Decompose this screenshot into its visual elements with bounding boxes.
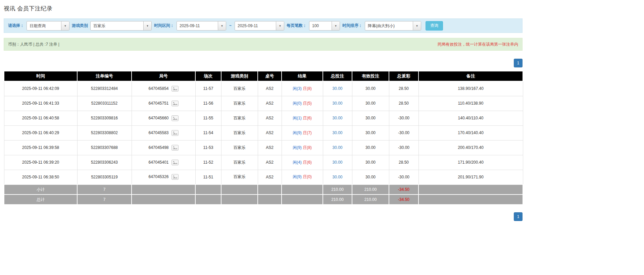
query-type-label: 请选择：: [8, 23, 24, 29]
pagination-bottom: 1: [4, 212, 523, 221]
cell-payout: -30.00: [389, 125, 418, 140]
cell-remark: 171.90/200.40: [418, 155, 523, 170]
total-bet-link[interactable]: 30.00: [332, 101, 342, 106]
same-round-notice: 同局有效投注，统一计算在该局第一张注单内: [438, 42, 518, 47]
result-banker: 庄(6): [303, 160, 312, 165]
content-container: 视讯 会员下注纪录 请选择： 日期查询 ▾ 游戏类别 百家乐 ▾ 时间区间： 2…: [4, 0, 523, 221]
pagination-page-1[interactable]: 1: [514, 212, 523, 221]
subtotal-row-cell: 210.00: [352, 184, 389, 195]
search-button[interactable]: 查询: [426, 21, 443, 31]
cell-game-type: 百家乐: [221, 170, 258, 184]
subtotal-row-cell: [195, 184, 221, 195]
result-banker: 庄(6): [303, 116, 312, 120]
chevron-down-icon[interactable]: ▾: [276, 21, 284, 30]
round-video-icon[interactable]: [171, 115, 179, 121]
round-id-text: 647045326: [148, 174, 168, 179]
page-size-label: 每页笔数：: [287, 23, 307, 29]
date-from-select[interactable]: 2025-09-11 ▾: [177, 21, 226, 31]
subtotal-row-cell: [132, 184, 195, 195]
total-bet-link[interactable]: 30.00: [332, 130, 342, 135]
result-banker: 庄(7): [303, 130, 312, 135]
round-video-icon[interactable]: [171, 160, 179, 165]
chevron-down-icon[interactable]: ▾: [218, 21, 226, 30]
cell-bet-id: 522803312484: [77, 81, 132, 96]
total-bet-link[interactable]: 30.00: [332, 116, 342, 120]
cell-game-type: 百家乐: [221, 96, 258, 111]
total-row-cell: [195, 195, 221, 205]
query-type-select[interactable]: 日期查询 ▾: [27, 21, 69, 31]
cell-session: 11-52: [195, 155, 221, 170]
page-size-select[interactable]: 100 ▾: [309, 21, 340, 31]
cell-payout: 28.50: [389, 96, 418, 111]
subtotal-row-cell: -34.50: [389, 184, 418, 195]
column-header: 场次: [195, 71, 221, 81]
total-bet-link[interactable]: 30.00: [332, 86, 342, 91]
cell-session: 11-55: [195, 111, 221, 125]
subtotal-row-cell: 210.00: [323, 184, 352, 195]
cell-remark: 170.40/140.40: [418, 125, 523, 140]
round-video-icon[interactable]: [171, 86, 179, 92]
column-header: 注单编号: [77, 71, 132, 81]
cell-payout: -30.00: [389, 140, 418, 155]
cell-total-bet: 30.00: [323, 155, 352, 170]
cell-time: 2025-09-11 06:42:09: [4, 81, 77, 96]
round-video-icon[interactable]: [171, 145, 179, 151]
cell-round-id: 647045583: [132, 125, 195, 140]
table-row: 2025-09-11 06:39:58522803307688647045498…: [4, 140, 523, 155]
page: 视讯 会员下注纪录 请选择： 日期查询 ▾ 游戏类别 百家乐 ▾ 时间区间： 2…: [0, 0, 644, 275]
chevron-down-icon[interactable]: ▾: [332, 21, 340, 30]
cell-game-type: 百家乐: [221, 140, 258, 155]
cell-total-bet: 30.00: [323, 125, 352, 140]
result-player: 闲(0): [293, 101, 302, 106]
total-row-cell: 总计: [4, 195, 77, 205]
cell-total-bet: 30.00: [323, 111, 352, 125]
date-to-select[interactable]: 2025-09-11 ▾: [235, 21, 284, 31]
total-row-cell: 210.00: [352, 195, 389, 205]
game-type-label: 游戏类别: [72, 23, 88, 29]
total-row-cell: [282, 195, 323, 205]
cell-result: 闲(1) 庄(6): [282, 111, 323, 125]
currency-total-text: 币别：人民币 | 总共 :7 注单 |: [8, 42, 59, 47]
round-video-icon[interactable]: [171, 174, 179, 180]
round-id-text: 647045498: [148, 145, 168, 150]
time-sort-label: 时间排序：: [342, 23, 362, 29]
cell-result: 闲(9) 庄(0): [282, 170, 323, 184]
total-bet-link[interactable]: 30.00: [332, 175, 342, 179]
cell-table-no: AS2: [258, 155, 282, 170]
game-type-select[interactable]: 百家乐 ▾: [90, 21, 152, 31]
total-bet-link[interactable]: 30.00: [332, 160, 342, 165]
result-banker: 庄(8): [303, 86, 312, 91]
table-row: 2025-09-11 06:41:33522803311152647045751…: [4, 96, 523, 111]
total-row-cell: [418, 195, 523, 205]
subtotal-row-cell: 小计: [4, 184, 77, 195]
chevron-down-icon[interactable]: ▾: [61, 21, 69, 30]
cell-round-id: 647045751: [132, 96, 195, 111]
table-row: 2025-09-11 06:39:20522803306243647045401…: [4, 155, 523, 170]
cell-remark: 200.40/170.40: [418, 140, 523, 155]
round-id-text: 647045660: [148, 115, 168, 120]
pagination-page-1[interactable]: 1: [514, 59, 523, 67]
round-id-text: 647045401: [148, 160, 168, 164]
chevron-down-icon[interactable]: ▾: [413, 21, 421, 30]
result-banker: 庄(0): [303, 174, 312, 179]
pagination-top: 1: [4, 59, 523, 67]
total-bet-link[interactable]: 30.00: [332, 145, 342, 150]
column-header: 总派彩: [389, 71, 418, 81]
cell-bet-id: 522803308802: [77, 125, 132, 140]
cell-session: 11-57: [195, 81, 221, 96]
table-row: 2025-09-11 06:40:58522803309816647045660…: [4, 111, 523, 125]
cell-time: 2025-09-11 06:41:33: [4, 96, 77, 111]
round-video-icon[interactable]: [171, 101, 179, 106]
cell-remark: 201.90/171.90: [418, 170, 523, 184]
time-sort-select[interactable]: 降幕(由大到小) ▾: [365, 21, 421, 31]
chevron-down-icon[interactable]: ▾: [143, 21, 151, 30]
page-title: 视讯 会员下注纪录: [4, 5, 523, 12]
query-type-value: 日期查询: [27, 21, 61, 30]
round-video-icon[interactable]: [171, 130, 179, 136]
cell-time: 2025-09-11 06:39:58: [4, 140, 77, 155]
table-body: 2025-09-11 06:42:09522803312484647045854…: [4, 81, 523, 205]
cell-table-no: AS2: [258, 111, 282, 125]
cell-valid-bet: 30.00: [352, 155, 389, 170]
total-row-cell: [221, 195, 258, 205]
cell-bet-id: 522803311152: [77, 96, 132, 111]
